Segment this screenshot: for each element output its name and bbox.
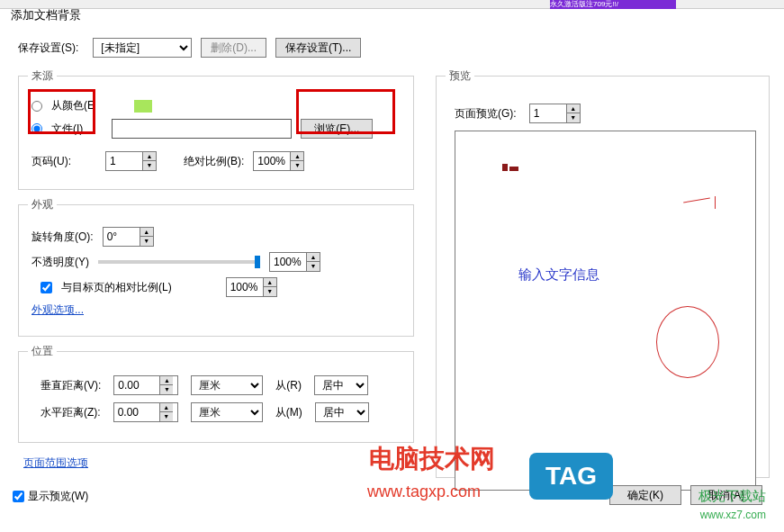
save-settings-label: 保存设置(S): <box>18 41 78 56</box>
save-settings-button[interactable]: 保存设置(T)... <box>275 38 361 58</box>
preview-text-1: 输入文字信息 <box>518 266 599 284</box>
spinner-up-icon[interactable]: ▲ <box>307 253 320 262</box>
opacity-spinner[interactable]: ▲▼ <box>269 252 320 272</box>
spinner-down-icon[interactable]: ▼ <box>264 287 276 296</box>
hdist-label: 水平距离(Z): <box>41 405 101 420</box>
spinner-down-icon[interactable]: ▼ <box>567 113 580 122</box>
slider-thumb[interactable] <box>255 256 260 268</box>
page-preview-label: 页面预览(G): <box>455 106 517 122</box>
highlight-box-radio <box>28 89 95 134</box>
spinner-down-icon[interactable]: ▼ <box>140 237 153 246</box>
rotation-spinner[interactable]: ▲▼ <box>103 227 154 247</box>
source-legend: 来源 <box>28 68 57 84</box>
preset-select[interactable]: [未指定] <box>93 38 192 58</box>
preview-annotation-oval <box>656 306 719 378</box>
preview-marker-icon <box>502 164 518 171</box>
spinner-up-icon[interactable]: ▲ <box>264 278 276 287</box>
from-r-label: 从(R) <box>275 378 302 393</box>
relative-scale-spinner[interactable]: ▲▼ <box>226 277 277 297</box>
spinner-up-icon[interactable]: ▲ <box>140 228 153 237</box>
abs-scale-input[interactable] <box>254 152 290 170</box>
show-preview-checkbox[interactable] <box>13 491 24 502</box>
vdist-input[interactable] <box>114 376 159 394</box>
promo-banner: 永久激活版注709元!!/ <box>550 0 676 9</box>
position-legend: 位置 <box>28 344 57 359</box>
appearance-options-link[interactable]: 外观选项... <box>32 302 84 318</box>
hdist-from-select[interactable]: 居中 <box>315 402 369 422</box>
page-preview-canvas: 输入文字信息 输入文字 <box>455 131 756 491</box>
rotation-input[interactable] <box>104 228 140 246</box>
spinner-up-icon[interactable]: ▲ <box>567 104 580 113</box>
color-swatch[interactable] <box>134 100 152 113</box>
opacity-input[interactable] <box>270 253 306 271</box>
appearance-legend: 外观 <box>28 197 57 212</box>
from-m-label: 从(M) <box>275 405 302 420</box>
relative-scale-label: 与目标页的相对比例(L) <box>61 280 172 295</box>
spinner-down-icon[interactable]: ▼ <box>143 161 156 170</box>
page-range-link[interactable]: 页面范围选项 <box>23 456 88 469</box>
file-path-input[interactable] <box>112 119 292 139</box>
hdist-unit-select[interactable]: 厘米 <box>191 402 263 422</box>
preview-legend: 预览 <box>446 68 474 84</box>
relative-scale-input[interactable] <box>227 278 263 296</box>
spinner-up-icon[interactable]: ▲ <box>160 376 173 385</box>
xz7-site-name: 极光下载站 <box>698 488 766 505</box>
hdist-spinner[interactable]: ▲▼ <box>113 402 178 422</box>
vdist-label: 垂直距离(V): <box>41 378 101 393</box>
hdist-input[interactable] <box>114 403 159 421</box>
tag-badge: TAG <box>529 453 613 500</box>
abs-scale-label: 绝对比例(B): <box>184 154 244 169</box>
page-preview-spinner[interactable]: ▲▼ <box>529 104 581 123</box>
delete-button[interactable]: 删除(D)... <box>201 38 266 58</box>
vdist-unit-select[interactable]: 厘米 <box>191 375 263 395</box>
abs-scale-spinner[interactable]: ▲▼ <box>253 151 304 171</box>
spinner-down-icon[interactable]: ▼ <box>160 385 173 394</box>
page-number-input[interactable] <box>106 152 142 170</box>
appearance-fieldset: 外观 旋转角度(O): ▲▼ 不透明度(Y) ▲▼ 与目标页的相对比例(L) ▲… <box>18 197 414 337</box>
preview-annotation-line <box>683 197 710 203</box>
opacity-slider[interactable] <box>98 260 260 264</box>
spinner-down-icon[interactable]: ▼ <box>307 262 320 271</box>
opacity-label: 不透明度(Y) <box>32 255 89 270</box>
spinner-up-icon[interactable]: ▲ <box>160 403 173 412</box>
page-number-label: 页码(U): <box>32 154 71 169</box>
vdist-from-select[interactable]: 居中 <box>314 375 368 395</box>
spinner-up-icon[interactable]: ▲ <box>143 152 156 161</box>
xz7-site-url: www.xz7.com <box>700 509 766 521</box>
position-fieldset: 位置 垂直距离(V): ▲▼ 厘米 从(R) 居中 水平距离(Z): ▲▼ 厘米… <box>18 344 414 443</box>
spinner-down-icon[interactable]: ▼ <box>160 412 173 421</box>
spinner-down-icon[interactable]: ▼ <box>291 161 303 170</box>
rotation-label: 旋转角度(O): <box>32 230 94 245</box>
spinner-up-icon[interactable]: ▲ <box>291 152 303 161</box>
relative-scale-checkbox[interactable] <box>41 282 52 293</box>
highlight-box-browse <box>296 89 395 134</box>
window-titlebar-strip: 永久激活版注709元!!/ <box>0 0 784 9</box>
page-preview-input[interactable] <box>530 104 566 122</box>
preview-fieldset: 预览 页面预览(G): ▲▼ 输入文字信息 输入文字 <box>436 68 770 478</box>
page-number-spinner[interactable]: ▲▼ <box>105 151 157 171</box>
preview-annotation-line <box>715 196 716 209</box>
ok-button[interactable]: 确定(K) <box>609 485 681 505</box>
vdist-spinner[interactable]: ▲▼ <box>113 375 178 395</box>
source-fieldset: 来源 从颜色(E 文件(I) 浏览(E)... 页码(U): ▲▼ 绝对比例(B… <box>18 68 414 190</box>
show-preview-label: 显示预览(W) <box>28 489 88 504</box>
